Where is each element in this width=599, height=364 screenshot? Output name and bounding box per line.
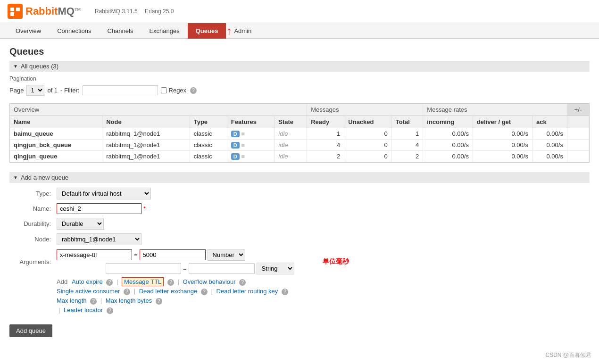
cell-type: classic: [190, 128, 227, 140]
nav-item-connections[interactable]: Connections: [49, 23, 99, 39]
page-label: Page: [9, 87, 24, 94]
dead-letter-routing-key-help[interactable]: ?: [282, 289, 288, 295]
arguments-row: Arguments: = Number String Boolean: [9, 249, 590, 274]
overview-group-header: Overview: [10, 104, 307, 116]
cell-features: D ■: [227, 151, 275, 162]
arg-eq: =: [134, 251, 138, 258]
single-active-consumer-link[interactable]: Single active consumer: [57, 288, 120, 295]
dead-letter-exchange-link[interactable]: Dead letter exchange: [139, 288, 198, 295]
plus-minus-btn[interactable]: +/-: [567, 104, 589, 116]
chinese-annotation: 单位毫秒: [323, 257, 349, 265]
max-length-help[interactable]: ?: [90, 298, 97, 305]
arg-key-input[interactable]: [57, 249, 132, 260]
auto-expire-link[interactable]: Auto expire: [72, 278, 103, 285]
expand-arrow: ▼: [13, 64, 18, 69]
nav-item-queues[interactable]: Queues: [188, 23, 226, 39]
name-input[interactable]: [57, 203, 141, 214]
cell-ack: 0.00/s: [532, 151, 567, 162]
cell-type: classic: [190, 140, 227, 151]
durability-label: Durability:: [9, 220, 57, 227]
add-queue-button[interactable]: Add queue: [9, 324, 52, 337]
nav-item-admin[interactable]: Admin: [226, 23, 259, 39]
nav-item-channels[interactable]: Channels: [99, 23, 141, 39]
filter-input[interactable]: [83, 85, 158, 95]
of-label: of 1: [47, 87, 58, 94]
max-length-link[interactable]: Max length: [57, 297, 87, 304]
page-select[interactable]: 1: [26, 85, 44, 96]
arg-key2-input[interactable]: [106, 263, 181, 274]
message-ttl-link[interactable]: Message TTL: [122, 277, 164, 286]
dead-letter-exchange-help[interactable]: ?: [201, 289, 208, 295]
col-total: Total: [391, 116, 423, 128]
add-link-row-2: Single active consumer ? | Dead letter e…: [57, 288, 590, 295]
main-nav: Overview Connections Channels Exchanges …: [0, 23, 599, 39]
add-queue-arrow: ▼: [13, 175, 18, 180]
message-ttl-help[interactable]: ?: [167, 279, 174, 286]
pagination-label: Pagination: [9, 75, 590, 82]
svg-rect-2: [10, 12, 14, 16]
cell-node: rabbitmq_1@node1: [102, 140, 190, 151]
arguments-label: Arguments:: [9, 258, 57, 265]
table-row[interactable]: qingjun_queue rabbitmq_1@node1 classic D…: [10, 151, 589, 162]
overflow-behaviour-help[interactable]: ?: [239, 279, 246, 286]
arg-row-2: = String Number Boolean: [57, 263, 294, 274]
cell-type: classic: [190, 151, 227, 162]
single-active-consumer-help[interactable]: ?: [124, 289, 130, 295]
arg-type2-select[interactable]: String Number Boolean: [257, 263, 294, 274]
cell-name: qingjun_queue: [10, 151, 102, 162]
add-queue-form: Type: Default for virtual host Classic Q…: [9, 188, 590, 337]
add-label: Add: [57, 278, 67, 285]
all-queues-label: All queues (3): [21, 63, 58, 70]
logo: RabbitMQTM: [8, 4, 81, 19]
add-link-row-1: Add Auto expire ? | Message TTL ? | Over…: [57, 278, 590, 286]
add-links: Add Auto expire ? | Message TTL ? | Over…: [57, 278, 590, 314]
arg-row-1: = Number String Boolean: [57, 249, 294, 261]
cell-total: 2: [391, 151, 423, 162]
cell-state: idle: [275, 140, 307, 151]
cell-name: qingjun_bck_queue: [10, 140, 102, 151]
type-select[interactable]: Default for virtual host Classic Quorum: [57, 188, 151, 199]
cell-incoming: 0.00/s: [423, 128, 473, 140]
add-queue-header[interactable]: ▼ Add a new queue: [9, 172, 590, 183]
cell-total: 1: [391, 128, 423, 140]
durability-select[interactable]: Durable Transient: [57, 218, 104, 230]
cell-incoming: 0.00/s: [423, 151, 473, 162]
col-incoming: incoming: [423, 116, 473, 128]
type-label: Type:: [9, 190, 57, 197]
dead-letter-routing-key-link[interactable]: Dead letter routing key: [216, 288, 278, 295]
header: RabbitMQTM RabbitMQ 3.11.5 Erlang 25.0: [0, 0, 599, 23]
table-row[interactable]: baimu_queue rabbitmq_1@node1 classic D ■…: [10, 128, 589, 140]
leader-locator-link[interactable]: Leader locator: [64, 306, 103, 314]
cell-features: D ■: [227, 140, 275, 151]
leader-locator-help[interactable]: ?: [107, 307, 113, 314]
durability-row: Durability: Durable Transient: [9, 218, 590, 230]
version-info: RabbitMQ 3.11.5 Erlang 25.0: [95, 8, 179, 15]
max-length-bytes-help[interactable]: ?: [156, 298, 162, 305]
all-queues-header[interactable]: ▼ All queues (3): [9, 61, 590, 72]
arg-val2-input[interactable]: [189, 263, 255, 274]
cell-unacked: 0: [344, 151, 392, 162]
node-select[interactable]: rabbitmq_1@node1: [57, 233, 141, 245]
required-star: *: [143, 205, 146, 212]
arg-val-input[interactable]: [140, 249, 206, 260]
regex-help-icon[interactable]: ?: [190, 87, 197, 94]
nav-item-exchanges[interactable]: Exchanges: [141, 23, 187, 39]
cell-unacked: 0: [344, 140, 392, 151]
regex-checkbox[interactable]: [161, 87, 167, 93]
nav-item-overview[interactable]: Overview: [8, 23, 49, 39]
logo-text: RabbitMQTM: [25, 5, 81, 17]
svg-rect-0: [10, 8, 14, 11]
add-link-row-4: | Leader locator ?: [57, 306, 590, 314]
regex-label[interactable]: Regex: [161, 87, 187, 94]
cell-state: idle: [275, 151, 307, 162]
logo-icon: [8, 4, 23, 19]
overflow-behaviour-link[interactable]: Overflow behaviour: [183, 278, 236, 285]
table-row[interactable]: qingjun_bck_queue rabbitmq_1@node1 class…: [10, 140, 589, 151]
cell-incoming: 0.00/s: [423, 140, 473, 151]
col-node: Node: [102, 116, 190, 128]
auto-expire-help[interactable]: ?: [106, 279, 113, 286]
max-length-bytes-link[interactable]: Max length bytes: [106, 297, 152, 304]
arg-type-select[interactable]: Number String Boolean: [208, 249, 245, 261]
cell-unacked: 0: [344, 128, 392, 140]
node-row: Node: rabbitmq_1@node1: [9, 233, 590, 245]
